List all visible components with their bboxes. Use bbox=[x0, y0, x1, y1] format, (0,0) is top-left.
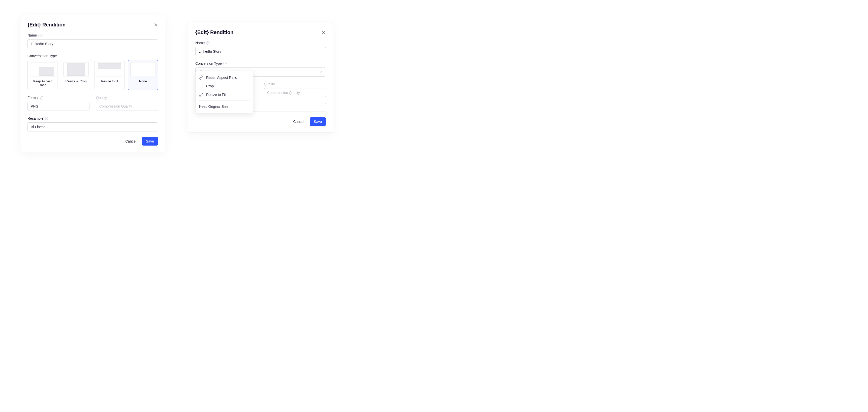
dropdown-option-label: Retain Aspect Ratio bbox=[206, 75, 237, 79]
name-section: Name ? bbox=[195, 41, 326, 56]
resample-input[interactable] bbox=[28, 123, 158, 132]
edit-rendition-dialog-1: {Edit} Rendition Name ? Conversation Typ… bbox=[20, 15, 165, 152]
dropdown-option-keep-original-size[interactable]: Keep Original Size bbox=[195, 102, 253, 111]
tile-thumb bbox=[97, 62, 122, 77]
svg-line-5 bbox=[199, 95, 201, 96]
save-button[interactable]: Save bbox=[142, 137, 158, 145]
dropdown-option-retain-aspect-ratio[interactable]: Retain Aspect Ratio bbox=[195, 73, 253, 82]
dropdown-option-resize-to-fit[interactable]: Resize to Fit bbox=[195, 91, 253, 99]
close-icon[interactable] bbox=[154, 23, 158, 27]
name-input[interactable] bbox=[28, 39, 158, 48]
conversion-type-label: Conversion Type bbox=[195, 62, 222, 66]
tile-label: Resize to fit bbox=[97, 79, 122, 83]
dialog-footer: Cancel Save bbox=[195, 117, 326, 126]
dialog-header: {Edit} Rendition bbox=[195, 30, 326, 35]
tile-thumb bbox=[63, 62, 89, 77]
cancel-button[interactable]: Cancel bbox=[293, 119, 304, 124]
tile-label: Keep Aspect Ratio bbox=[30, 79, 55, 87]
name-input[interactable] bbox=[195, 47, 326, 56]
tile-none[interactable]: None bbox=[128, 60, 158, 90]
link-icon bbox=[199, 75, 203, 79]
dialog-footer: Cancel Save bbox=[28, 137, 158, 145]
name-label: Name bbox=[28, 33, 37, 37]
format-input[interactable] bbox=[28, 102, 90, 111]
help-icon[interactable]: ? bbox=[40, 96, 43, 100]
format-quality-row: Format ? Quality bbox=[28, 96, 158, 111]
svg-line-4 bbox=[202, 93, 203, 95]
tile-label: None bbox=[130, 79, 156, 83]
tile-thumb bbox=[130, 62, 156, 77]
dropdown-option-label: Keep Original Size bbox=[199, 104, 228, 108]
save-button[interactable]: Save bbox=[310, 117, 326, 126]
conversion-tiles: Keep Aspect Ratio Resize & Crop Resize t… bbox=[28, 60, 158, 90]
dialog-title: {Edit} Rendition bbox=[28, 22, 65, 28]
dialog-title: {Edit} Rendition bbox=[195, 30, 234, 35]
help-icon[interactable]: ? bbox=[38, 34, 41, 37]
crop-icon bbox=[199, 84, 203, 88]
quality-label: Quality bbox=[96, 96, 107, 100]
resample-section: Resample ? bbox=[28, 116, 158, 132]
chevron-down-icon bbox=[319, 70, 322, 74]
help-icon[interactable]: ? bbox=[45, 117, 48, 120]
tile-keep-aspect-ratio[interactable]: Keep Aspect Ratio bbox=[28, 60, 58, 90]
tile-label: Resize & Crop bbox=[63, 79, 89, 83]
quality-col: Quality bbox=[96, 96, 158, 111]
maximize-icon bbox=[199, 93, 203, 97]
format-col: Format ? bbox=[28, 96, 90, 111]
tile-resize-to-fit[interactable]: Resize to fit bbox=[94, 60, 124, 90]
help-icon[interactable]: ? bbox=[223, 62, 226, 65]
name-section: Name ? bbox=[28, 33, 158, 48]
conversion-type-section: Conversion Type ? Retain Aspect Ratio Re… bbox=[195, 62, 326, 76]
format-label: Format bbox=[28, 96, 38, 100]
dropdown-option-crop[interactable]: Crop bbox=[195, 82, 253, 91]
quality-input bbox=[264, 88, 326, 97]
help-icon[interactable]: ? bbox=[206, 41, 210, 44]
edit-rendition-dialog-2: {Edit} Rendition Name ? Conversion Type … bbox=[188, 23, 333, 133]
conversion-type-dropdown: Retain Aspect Ratio Crop Resize to Fit bbox=[195, 71, 253, 113]
cancel-button[interactable]: Cancel bbox=[125, 139, 136, 143]
resample-label: Resample bbox=[28, 116, 43, 121]
conversation-type-section: Conversation Type Keep Aspect Ratio Resi… bbox=[28, 54, 158, 90]
quality-label: Quality bbox=[264, 82, 275, 86]
tile-thumb bbox=[30, 62, 55, 77]
quality-col: Quality bbox=[264, 82, 326, 97]
tile-resize-crop[interactable]: Resize & Crop bbox=[61, 60, 91, 90]
conversation-type-label: Conversation Type bbox=[28, 54, 57, 58]
name-label: Name bbox=[195, 41, 205, 45]
close-icon[interactable] bbox=[321, 30, 326, 35]
quality-input bbox=[96, 102, 158, 111]
dialog-header: {Edit} Rendition bbox=[28, 22, 158, 28]
dropdown-option-label: Crop bbox=[206, 84, 214, 88]
dropdown-option-label: Resize to Fit bbox=[206, 93, 226, 97]
